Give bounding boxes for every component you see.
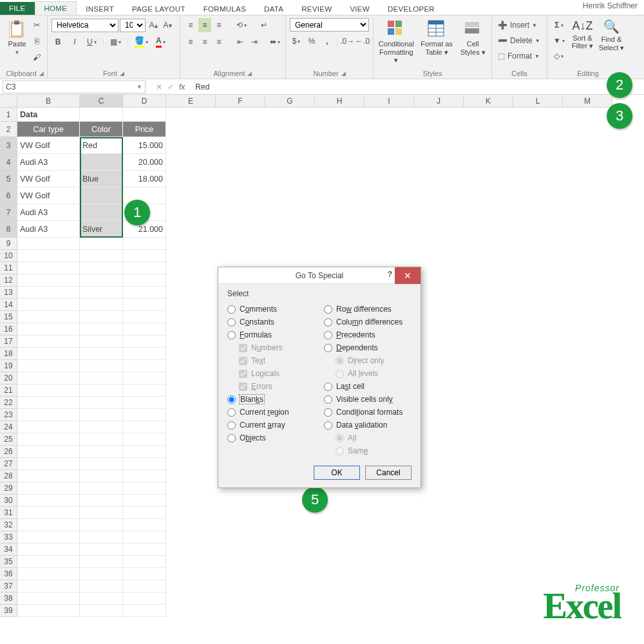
insert-cells-button[interactable]: ➕Insert▼ (496, 18, 547, 32)
row-header[interactable]: 10 (0, 250, 17, 262)
cell-color[interactable]: Red (80, 137, 123, 154)
bold-button[interactable]: B (52, 35, 64, 49)
row-header[interactable]: 19 (0, 360, 17, 372)
tab-page-layout[interactable]: PAGE LAYOUT (123, 3, 194, 15)
format-cells-button[interactable]: ⬚Format▼ (496, 49, 547, 63)
radio-formulas[interactable]: Formulas (227, 330, 315, 339)
row-header[interactable]: 9 (0, 238, 17, 250)
align-right-button[interactable]: ≡ (213, 35, 225, 49)
tab-file[interactable]: FILE (0, 2, 35, 15)
font-launcher[interactable]: ◢ (120, 70, 124, 77)
row-header[interactable]: 21 (0, 384, 17, 397)
cell-price[interactable]: 20.000 (123, 154, 166, 171)
clear-button[interactable]: ◇ (551, 49, 567, 63)
header-cartype[interactable]: Car type (17, 122, 80, 137)
sort-filter-button[interactable]: A↓Z Sort & Filter ▾ (569, 18, 596, 63)
row-header[interactable]: 22 (0, 397, 17, 409)
radio-row-diff[interactable]: Row differences (324, 305, 412, 314)
cell-cartype[interactable]: Audi A3 (17, 154, 80, 171)
row-header[interactable]: 31 (0, 507, 17, 519)
autosum-button[interactable]: Σ (551, 18, 567, 32)
row-header[interactable]: 20 (0, 372, 17, 384)
row-header[interactable]: 16 (0, 323, 17, 336)
row-header[interactable]: 6 (0, 187, 17, 204)
cell-color[interactable]: Silver (80, 221, 123, 238)
radio-objects[interactable]: Objects (227, 433, 315, 442)
col-header[interactable]: I (365, 95, 414, 107)
row-header[interactable]: 30 (0, 495, 17, 507)
cell-data-title[interactable]: Data (17, 108, 80, 122)
cell-price[interactable]: 15.000 (123, 137, 166, 154)
percent-button[interactable]: % (305, 34, 318, 48)
row-header[interactable]: 33 (0, 531, 17, 544)
radio-last-cell[interactable]: Last cell (324, 382, 412, 391)
align-top-button[interactable]: ≡ (184, 18, 197, 32)
decrease-font-button[interactable]: A▾ (161, 18, 174, 32)
row-header[interactable]: 8 (0, 221, 17, 238)
increase-font-button[interactable]: A▴ (147, 18, 160, 32)
radio-data-validation[interactable]: Data validation (324, 421, 412, 430)
font-color-button[interactable]: A (154, 35, 167, 49)
row-header[interactable]: 3 (0, 137, 17, 154)
row-header[interactable]: 2 (0, 122, 17, 137)
row-header[interactable]: 17 (0, 336, 17, 348)
decrease-indent-button[interactable]: ⇤ (234, 35, 247, 49)
format-as-table-button[interactable]: Format as Table ▾ (418, 18, 456, 64)
alignment-launcher[interactable]: ◢ (247, 70, 252, 77)
radio-col-diff[interactable]: Column differences (324, 317, 412, 327)
cell-cartype[interactable]: Audi A3 (17, 221, 80, 238)
tab-developer[interactable]: DEVELOPER (379, 3, 444, 15)
font-name-select[interactable]: Helvetica (52, 19, 118, 32)
format-painter-button[interactable]: 🖌 (30, 50, 43, 64)
close-button[interactable]: ✕ (395, 267, 421, 284)
ok-button[interactable]: OK (314, 466, 360, 480)
cell-cartype[interactable]: VW Golf (17, 187, 80, 204)
name-box[interactable]: C3▼ (3, 80, 146, 93)
row-header[interactable]: 39 (0, 605, 17, 617)
radio-blanks[interactable]: Blanks (227, 395, 315, 404)
row-header[interactable]: 15 (0, 311, 17, 323)
col-header[interactable]: M (563, 95, 612, 107)
cell-cartype[interactable]: Audi A3 (17, 204, 80, 221)
row-header[interactable]: 11 (0, 262, 17, 274)
tab-data[interactable]: DATA (255, 3, 292, 15)
col-header[interactable]: J (414, 95, 464, 107)
align-left-button[interactable]: ≡ (184, 35, 197, 49)
col-header[interactable]: C (80, 95, 123, 107)
fill-color-button[interactable]: 🪣 (133, 35, 150, 49)
row-header[interactable]: 26 (0, 446, 17, 458)
row-header[interactable]: 37 (0, 580, 17, 592)
font-size-select[interactable]: 10 (120, 19, 146, 32)
tab-formulas[interactable]: FORMULAS (194, 3, 255, 15)
radio-conditional-formats[interactable]: Conditional formats (324, 408, 412, 417)
tab-insert[interactable]: INSERT (77, 3, 123, 15)
copy-button[interactable]: ⎘ (30, 34, 43, 48)
cut-button[interactable]: ✂ (30, 18, 43, 32)
accounting-format-button[interactable]: $ (290, 34, 303, 48)
row-header[interactable]: 1 (0, 108, 17, 122)
radio-constants[interactable]: Constants (227, 317, 315, 327)
row-header[interactable]: 13 (0, 287, 17, 299)
cell-color[interactable] (80, 204, 123, 221)
row-header[interactable]: 7 (0, 204, 17, 221)
increase-decimal-button[interactable]: .0→ (341, 34, 354, 48)
clipboard-launcher[interactable]: ◢ (39, 70, 44, 77)
radio-visible-cells[interactable]: Visible cells only (324, 395, 412, 404)
row-header[interactable]: 35 (0, 556, 17, 568)
number-format-select[interactable]: General (290, 18, 369, 32)
paste-button[interactable]: Paste ▼ (6, 18, 28, 64)
fill-button[interactable]: ▼ (551, 33, 567, 48)
row-header[interactable]: 29 (0, 482, 17, 495)
increase-indent-button[interactable]: ⇥ (248, 35, 261, 49)
cell-cartype[interactable]: VW Golf (17, 137, 80, 154)
cell-price[interactable]: 21.000 (123, 221, 166, 238)
row-header[interactable]: 38 (0, 592, 17, 605)
row-header[interactable]: 5 (0, 171, 17, 187)
italic-button[interactable]: I (68, 35, 81, 49)
cell-color[interactable] (80, 187, 123, 204)
cell-price[interactable]: 18.000 (123, 171, 166, 187)
borders-button[interactable]: ▦ (108, 35, 123, 49)
radio-comments[interactable]: Comments (227, 305, 315, 314)
orientation-button[interactable]: ⟲ (234, 18, 249, 32)
cancel-button[interactable]: Cancel (365, 466, 412, 480)
